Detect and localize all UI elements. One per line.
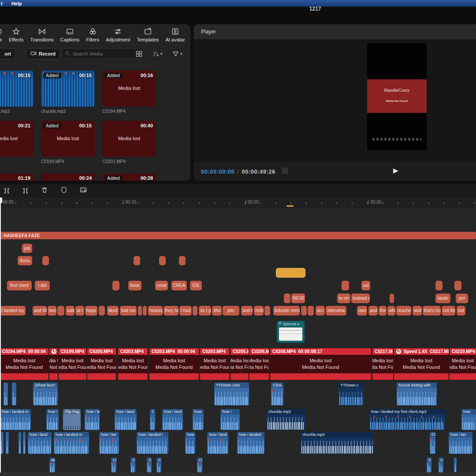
timeline-clip-audio[interactable]: Sound writing with (397, 383, 437, 405)
timeline-clip-caption[interactable] (42, 256, 49, 265)
timeline-area[interactable]: HASHEEFA FAZEjobthroufirst clientI didbo… (0, 208, 476, 472)
tab-ai-avatar[interactable]: AI avatar (165, 28, 185, 42)
timeline-clip-audio[interactable]: Cl (427, 457, 431, 472)
timeline-clip-caption[interactable]: job (22, 244, 32, 253)
timeline-clip-caption[interactable] (112, 281, 119, 290)
media-tile[interactable]: Added00:15 (41, 71, 95, 107)
timeline-clip-audio[interactable]: Mo (49, 457, 55, 472)
timeline-clip-caption[interactable] (134, 256, 140, 265)
timeline-clip-caption[interactable]: so I p (199, 306, 211, 316)
timeline-clip-audio[interactable]: Click (271, 383, 283, 405)
timeline-clip-audio[interactable]: how i landed m (0, 409, 31, 430)
tab-transitions[interactable]: Transitions (30, 28, 53, 42)
timeline-clip-caption[interactable]: sho (212, 306, 222, 316)
timeline-clip-caption[interactable]: sale (66, 306, 74, 316)
timeline-clip-audio[interactable]: how i land (207, 432, 228, 454)
timeline-clip-audio[interactable]: [Show buzz (33, 383, 58, 405)
timeline-clip-audio[interactable]: how i landed my first client.mp3 (369, 409, 445, 430)
shield-button[interactable] (60, 186, 67, 195)
timeline-clip-audio[interactable]: how i land (162, 409, 183, 430)
media-tile[interactable]: Media lostAdded00:16 (102, 71, 156, 107)
timeline-clip-audio[interactable]: how i lan (99, 432, 119, 454)
timeline-clip-caption[interactable]: not (457, 306, 465, 316)
timeline-clip-marker[interactable] (276, 268, 305, 278)
grid-overlay-icon[interactable] (282, 167, 288, 175)
playhead[interactable] (0, 197, 1, 472)
timeline-clip-caption[interactable]: and NO (33, 306, 47, 316)
timeline-clip-video[interactable]: C0200.MP4Media lostMedia Not Found (87, 348, 116, 380)
tab-ers[interactable]: ers (0, 28, 2, 42)
tab-adjustment[interactable]: Adjustment (106, 28, 130, 42)
timeline-clip-caption[interactable] (435, 281, 443, 290)
timeline-clip-caption[interactable]: not thr (442, 306, 455, 316)
timeline-clip-caption[interactable]: noth (254, 306, 264, 316)
timeline-clip-audio[interactable]: how i la (85, 409, 100, 430)
timeline-clip-audio[interactable]: how (193, 409, 204, 430)
timeline-clip-caption[interactable]: here (48, 306, 56, 316)
timeline-clip-caption[interactable]: first client (7, 281, 32, 290)
timeline-clip-caption[interactable]: hearing (148, 306, 163, 316)
timeline-clip-caption[interactable]: creat (155, 281, 168, 290)
search-input[interactable] (72, 51, 126, 57)
timeline-clip-video[interactable]: ↻Media lostMedia Not Found (49, 348, 58, 380)
media-tile[interactable]: Media lostAdded00:15 (41, 121, 95, 157)
timeline-clip-video[interactable]: ↻Speed 1.4XC0217.MPMedia lostMedia Not F… (394, 348, 449, 380)
timeline-clip-caption[interactable]: liked (107, 306, 119, 316)
timeline-clip-audio[interactable]: how i (185, 432, 195, 454)
timeline-clip-audio[interactable]: C (150, 409, 155, 430)
timeline-clip-caption[interactable] (99, 306, 105, 316)
media-tile[interactable]: Media lost01:19 (0, 173, 33, 181)
timeline-clip-audio[interactable] (12, 383, 16, 405)
timeline-clip-audio[interactable]: Cl (430, 432, 435, 454)
timeline-clip-audio[interactable]: chuckle.mp3 (301, 432, 374, 454)
menu-item-t[interactable]: t (1, 1, 3, 6)
trash-button[interactable] (41, 186, 48, 195)
timeline-clip-caption[interactable] (301, 306, 307, 316)
split-right-button[interactable]: ][ (22, 188, 28, 194)
timeline-clip-caption[interactable]: at t (75, 306, 84, 316)
timeline-clip-audio[interactable] (4, 383, 8, 405)
timeline-clip-sticker[interactable]: Special e (277, 321, 305, 343)
sort-dropdown[interactable]: ▾ (152, 51, 163, 57)
timeline-clip-caption[interactable]: per (456, 294, 468, 303)
timeline-clip-video[interactable]: C0194.MP400:00:04Media lostMedia Not Fou… (0, 348, 48, 380)
timeline-clip-caption[interactable]: HASHEEFA FAZE (0, 232, 476, 239)
timeline-clip-audio[interactable]: how i lan (449, 432, 472, 454)
timeline-clip-audio[interactable]: how i land (28, 432, 52, 454)
timeline-clip-caption[interactable] (159, 256, 166, 265)
playhead-handle[interactable] (0, 197, 2, 203)
timeline-clip-video[interactable]: C0206.MMedia lostMedia Not Found (249, 348, 269, 380)
timeline-ruler[interactable]: 00:0000:1000:2000:30 (0, 197, 476, 208)
timeline-clip-caption[interactable]: and th (241, 306, 253, 316)
timeline-clip-audio[interactable] (23, 432, 26, 454)
timeline-clip-video[interactable]: C0203.MP4Media lostMedia Not Found (118, 348, 148, 380)
timeline-clip-caption[interactable]: hopp (85, 306, 97, 316)
timeline-clip-caption[interactable]: throu (18, 256, 32, 265)
timeline-clip-audio[interactable]: YTDown.com (214, 383, 249, 405)
timeline-clip-audio[interactable]: how i landed (237, 432, 264, 454)
media-tile[interactable]: Media lost00:21 (0, 121, 33, 157)
media-tile[interactable]: Media lost00:24 (41, 173, 95, 181)
timeline-clip-caption[interactable] (138, 306, 142, 316)
timeline-clip-caption[interactable]: I had (179, 306, 192, 316)
timeline-clip-caption[interactable] (143, 306, 147, 316)
timeline-clip-caption[interactable] (284, 294, 290, 303)
timeline-clip-caption[interactable]: own (357, 306, 367, 316)
timeline-clip-audio[interactable] (19, 432, 21, 454)
timeline-clip-caption[interactable] (57, 306, 64, 316)
media-tile[interactable]: 00:15 (0, 71, 33, 107)
grid-view-icon[interactable] (136, 51, 142, 57)
timeline-clip-caption[interactable] (390, 294, 394, 303)
import-button[interactable]: ort (0, 48, 16, 60)
timeline-clip-video[interactable]: C0208.MP400:00:08:17Media lostMedia Not … (270, 348, 371, 380)
timeline-clip-caption[interactable]: instead o (351, 294, 370, 303)
timeline-clip-caption[interactable]: CREA (171, 281, 187, 290)
timeline-clip-caption[interactable]: and (413, 306, 422, 316)
timeline-clip-caption[interactable]: lande (435, 294, 450, 303)
timeline-clip-video[interactable]: C0203.MP400:00:04Media lostMedia Not Fou… (149, 348, 199, 380)
timeline-clip-audio[interactable]: Flip Pag (63, 409, 81, 430)
play-button[interactable]: ▶ (393, 167, 398, 175)
timeline-clip-caption[interactable]: I did (35, 281, 50, 290)
menu-item-help[interactable]: Help (11, 1, 22, 6)
timeline-clip-audio[interactable]: Cl (197, 457, 202, 472)
